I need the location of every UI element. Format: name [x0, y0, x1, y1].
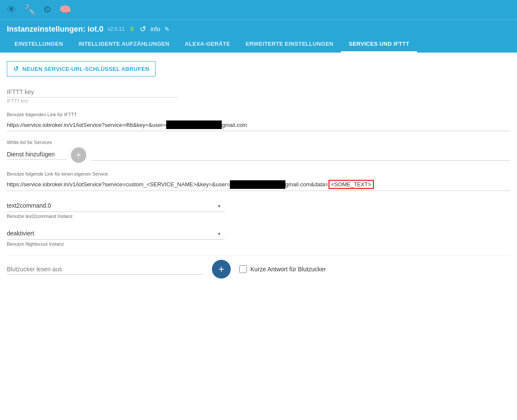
blutzucker-input[interactable] [7, 264, 203, 275]
gear-icon[interactable]: ⚙ [43, 4, 52, 15]
top-toolbar: 👁 🔧 ⚙ 🧠 [0, 0, 517, 20]
nightscout-select[interactable]: deaktiviert nightscout.0 [7, 227, 225, 240]
tab-alexa[interactable]: ALEXA-GERÄTE [177, 36, 238, 53]
refresh-btn-icon: ↺ [13, 65, 19, 73]
main-content: ↺ NEUEN SERVICE-URL-SCHLÜSSEL ABRUFEN IF… [0, 53, 517, 287]
whitelist-label: White list für Services [7, 140, 510, 145]
blutzucker-add-button[interactable]: + [212, 260, 231, 279]
custom-service-section: Benutze folgende Link für einen eigenen … [7, 171, 510, 191]
add-service-label: Dienst hinzufügen [7, 151, 67, 160]
add-service-row: Dienst hinzufügen + [7, 147, 510, 163]
nightscout-hint: Benutze Nightscout Instanz [7, 241, 510, 247]
add-service-button[interactable]: + [71, 147, 86, 163]
tab-erweiterte[interactable]: ERWEITERTE EINSTELLUNGEN [238, 36, 341, 53]
refresh-service-button[interactable]: ↺ NEUEN SERVICE-URL-SCHLÜSSEL ABRUFEN [7, 61, 156, 76]
wrench-icon[interactable]: 🔧 [24, 4, 35, 15]
tab-services[interactable]: SERVICES UND IFTTT [341, 36, 417, 53]
custom-service-value: https://service.iobroker.in/v1/iotServic… [7, 178, 510, 191]
edit-icon[interactable]: ✎ [164, 26, 170, 32]
kurze-antwort-row: Kurze Antwort für Blutzucker [239, 265, 326, 273]
text2command-section: text2command.0 deaktiviert Benutze text2… [7, 200, 510, 219]
user-icon[interactable]: 🧠 [59, 4, 71, 15]
custom-service-label: Benutze folgende Link für einen eigenen … [7, 171, 510, 176]
ifttt-link-section: Benutze folgenden Link für IFTTT https:/… [7, 112, 510, 131]
text2command-wrapper: text2command.0 deaktiviert [7, 200, 225, 212]
info-link[interactable]: info [150, 26, 160, 32]
refresh-header-icon[interactable]: ↺ [140, 24, 146, 34]
tab-intelligente[interactable]: INTELLIGENTE AUFZÄHLUNGEN [71, 36, 177, 53]
text2command-select[interactable]: text2command.0 deaktiviert [7, 200, 225, 212]
tab-einstellungen[interactable]: EINSTELLUNGEN [7, 36, 71, 53]
ifttt-key-input[interactable] [7, 87, 178, 97]
ifttt-redacted [166, 120, 222, 129]
blutzucker-section: Blutzucker lesen aus + Kurze Antwort für… [7, 255, 510, 279]
some-text-value: <SOME_TEXT> [329, 180, 374, 189]
kurze-antwort-checkbox[interactable] [239, 265, 247, 273]
refresh-btn-label: NEUEN SERVICE-URL-SCHLÜSSEL ABRUFEN [22, 66, 149, 72]
nightscout-section: deaktiviert nightscout.0 Benutze Nightsc… [7, 227, 510, 247]
custom-redacted [230, 180, 285, 189]
add-service-input[interactable] [91, 150, 510, 161]
nightscout-wrapper: deaktiviert nightscout.0 [7, 227, 225, 240]
version-badge: v2.0.11 [108, 26, 124, 32]
custom-url-suffix: gmail.com&data= [285, 181, 329, 188]
ifttt-link-label: Benutze folgenden Link für IFTTT [7, 112, 510, 117]
pause-icon: ⏸ [129, 25, 135, 33]
text2command-hint: Benutze text2command Instanz [7, 214, 510, 219]
eye-icon[interactable]: 👁 [7, 4, 16, 15]
custom-url-prefix: https://service.iobroker.in/v1/iotServic… [7, 181, 230, 188]
nav-tabs: EINSTELLUNGEN INTELLIGENTE AUFZÄHLUNGEN … [7, 36, 510, 53]
ifttt-url-suffix: gmail.com [222, 122, 247, 128]
page-title: Instanzeinstellungen: iot.0 [7, 25, 103, 34]
ifttt-link-value: https://service.iobroker.in/v1/iotServic… [7, 119, 510, 131]
header-bar: Instanzeinstellungen: iot.0 v2.0.11 ⏸ ↺ … [0, 20, 517, 53]
ifttt-key-label: IFTTT key [7, 98, 510, 103]
ifttt-key-section: IFTTT key [7, 87, 510, 103]
ifttt-url-prefix: https://service.iobroker.in/v1/iotServic… [7, 122, 166, 128]
kurze-antwort-label: Kurze Antwort für Blutzucker [250, 266, 326, 273]
